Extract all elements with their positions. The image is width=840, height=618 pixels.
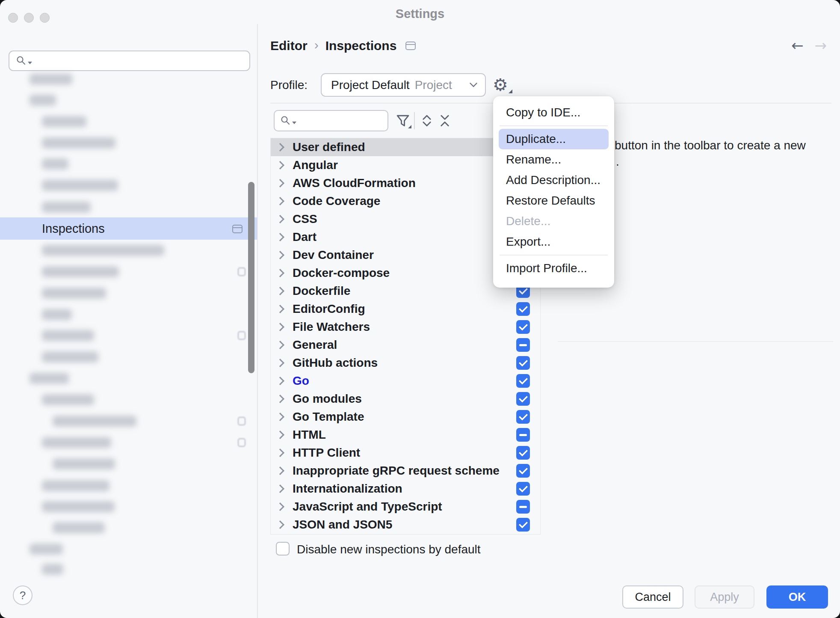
inspection-row-go[interactable]: Go: [271, 372, 540, 390]
sidebar-item-blurred[interactable]: [30, 544, 63, 555]
menu-item-export[interactable]: Export...: [493, 232, 614, 252]
expand-chevron-icon[interactable]: [276, 502, 284, 511]
expand-chevron-icon[interactable]: [276, 251, 284, 259]
expand-chevron-icon[interactable]: [276, 233, 284, 241]
inspection-row-inappropriate-grpc-request-scheme[interactable]: Inappropriate gRPC request scheme: [271, 462, 540, 480]
expand-chevron-icon[interactable]: [276, 449, 284, 457]
inspection-row-go-template[interactable]: Go Template: [271, 408, 540, 426]
inspection-row-json-and-json5[interactable]: JSON and JSON5: [271, 516, 540, 534]
expand-chevron-icon[interactable]: [276, 466, 284, 475]
sidebar-item-blurred[interactable]: [53, 458, 115, 469]
inspection-row-internationalization[interactable]: Internationalization: [271, 480, 540, 498]
sidebar-item-blurred[interactable]: [53, 416, 136, 427]
sidebar-item-blurred[interactable]: [42, 564, 63, 575]
breadcrumb-editor[interactable]: Editor: [270, 39, 308, 53]
inspection-row-editorconfig[interactable]: EditorConfig: [271, 300, 540, 318]
expand-chevron-icon[interactable]: [276, 341, 284, 349]
inspection-row-javascript-and-typescript[interactable]: JavaScript and TypeScript: [271, 498, 540, 516]
search-options-caret-icon[interactable]: [28, 62, 32, 64]
help-button[interactable]: ?: [13, 585, 33, 605]
sidebar-item-blurred[interactable]: [42, 501, 115, 512]
inspection-row-file-watchers[interactable]: File Watchers: [271, 318, 540, 336]
expand-chevron-icon[interactable]: [276, 269, 284, 277]
expand-chevron-icon[interactable]: [276, 161, 284, 169]
sidebar-item-blurred[interactable]: [30, 95, 56, 106]
profile-gear-button[interactable]: ⚙: [493, 74, 513, 95]
inspection-checkbox-general[interactable]: [516, 338, 530, 352]
profile-label: Profile:: [270, 78, 308, 92]
menu-item-copy-to-ide[interactable]: Copy to IDE...: [493, 102, 614, 123]
gear-dropdown-triangle-icon: [509, 89, 512, 93]
expand-chevron-icon[interactable]: [276, 305, 284, 313]
expand-chevron-icon[interactable]: [276, 197, 284, 205]
inspection-row-general[interactable]: General: [271, 336, 540, 354]
expand-chevron-icon[interactable]: [276, 287, 284, 295]
expand-chevron-icon[interactable]: [276, 377, 284, 385]
sidebar-item-blurred[interactable]: [42, 158, 68, 169]
profile-dropdown[interactable]: Project Default Project: [321, 73, 486, 97]
expand-chevron-icon[interactable]: [276, 413, 284, 421]
expand-chevron-icon[interactable]: [276, 215, 284, 223]
sidebar-item-blurred[interactable]: [42, 116, 86, 127]
inspection-row-html[interactable]: HTML: [271, 426, 540, 444]
sidebar-item-blurred[interactable]: [42, 202, 91, 213]
inspection-checkbox-go[interactable]: [516, 374, 530, 388]
search-options-caret-icon[interactable]: [292, 122, 296, 124]
inspection-row-github-actions[interactable]: GitHub actions: [271, 354, 540, 372]
menu-item-restore-defaults[interactable]: Restore Defaults: [493, 190, 614, 211]
sidebar-item-blurred[interactable]: [42, 245, 164, 256]
expand-all-button[interactable]: [418, 112, 435, 129]
expand-chevron-icon[interactable]: [276, 395, 284, 403]
collapse-all-button[interactable]: [436, 112, 453, 129]
sidebar-item-blurred[interactable]: [53, 522, 105, 533]
menu-item-rename[interactable]: Rename...: [493, 149, 614, 170]
inspection-checkbox-editorconfig[interactable]: [516, 302, 530, 316]
inspection-checkbox-json-and-json5[interactable]: [516, 518, 530, 532]
chevron-down-icon: [470, 83, 477, 87]
sidebar-item-blurred[interactable]: [42, 180, 118, 191]
filter-button[interactable]: [394, 112, 411, 129]
inspection-row-go-modules[interactable]: Go modules: [271, 390, 540, 408]
inspection-checkbox-inappropriate-grpc-request-scheme[interactable]: [516, 464, 530, 478]
expand-chevron-icon[interactable]: [276, 520, 284, 529]
sidebar-search-input[interactable]: [9, 51, 250, 71]
expand-chevron-icon[interactable]: [276, 431, 284, 439]
sidebar-scrollbar[interactable]: [248, 182, 254, 373]
sidebar-item-blurred[interactable]: [42, 288, 106, 299]
expand-chevron-icon[interactable]: [276, 484, 284, 493]
ok-button[interactable]: OK: [766, 585, 828, 609]
sidebar-item-blurred[interactable]: [42, 309, 72, 320]
sidebar-item-blurred[interactable]: [42, 266, 119, 277]
inspection-checkbox-http-client[interactable]: [516, 446, 530, 460]
inspection-checkbox-javascript-and-typescript[interactable]: [516, 500, 530, 514]
back-arrow-icon[interactable]: ←: [791, 38, 804, 53]
expand-chevron-icon[interactable]: [276, 179, 284, 187]
sidebar-item-blurred[interactable]: [42, 351, 98, 362]
inspection-checkbox-html[interactable]: [516, 428, 530, 442]
sidebar-item-blurred[interactable]: [42, 394, 94, 405]
sidebar-item-blurred[interactable]: [42, 437, 111, 448]
inspections-search-input[interactable]: [274, 110, 388, 131]
disable-new-inspections-checkbox[interactable]: [276, 542, 290, 556]
cancel-button[interactable]: Cancel: [622, 585, 683, 609]
inspection-checkbox-internationalization[interactable]: [516, 482, 530, 496]
inspection-checkbox-github-actions[interactable]: [516, 356, 530, 370]
inspection-checkbox-go-template[interactable]: [516, 410, 530, 424]
menu-item-import-profile[interactable]: Import Profile...: [493, 258, 614, 279]
inspection-row-http-client[interactable]: HTTP Client: [271, 444, 540, 462]
menu-item-duplicate[interactable]: Duplicate...: [499, 129, 609, 149]
screen: Settings Inspections Editor › Inspection…: [0, 0, 840, 618]
inspection-checkbox-go-modules[interactable]: [516, 392, 530, 406]
menu-separator: [500, 125, 608, 126]
sidebar-item-blurred[interactable]: [42, 137, 115, 149]
sidebar-item-inspections[interactable]: Inspections: [0, 217, 257, 240]
expand-chevron-icon[interactable]: [276, 359, 284, 367]
sidebar-item-blurred[interactable]: [30, 373, 69, 384]
sidebar-item-blurred[interactable]: [30, 74, 72, 85]
expand-chevron-icon[interactable]: [276, 143, 284, 152]
sidebar-item-blurred[interactable]: [42, 330, 94, 341]
menu-item-add-description[interactable]: Add Description...: [493, 170, 614, 190]
sidebar-item-blurred[interactable]: [42, 480, 109, 491]
inspection-checkbox-file-watchers[interactable]: [516, 320, 530, 334]
expand-chevron-icon[interactable]: [276, 323, 284, 331]
